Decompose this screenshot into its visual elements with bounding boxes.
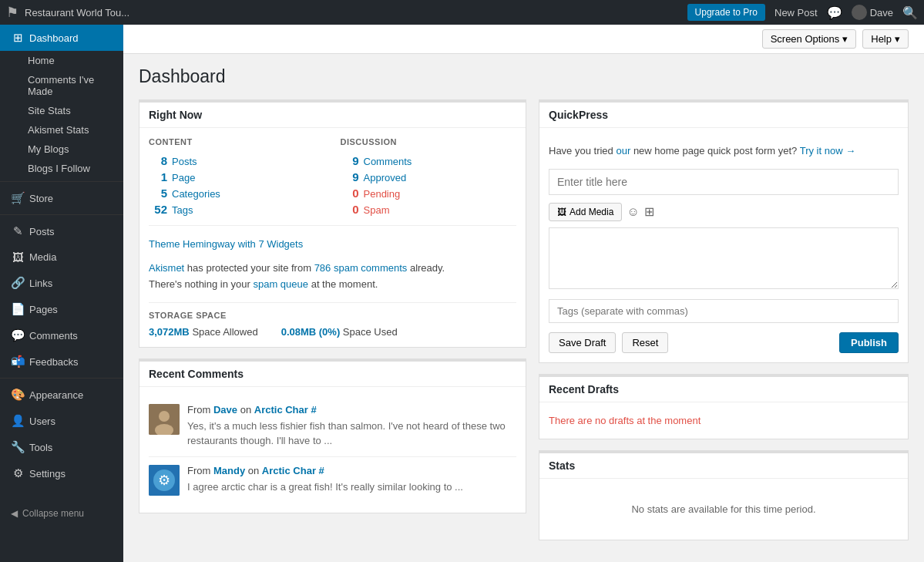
tools-icon: 🔧 (11, 440, 25, 454)
recent-comments-widget: Recent Comments (139, 358, 526, 513)
stats-header: Stats (539, 453, 908, 479)
theme-info: Theme Hemingway with 7 Widgets (149, 234, 516, 254)
recent-drafts-header: Recent Drafts (539, 377, 908, 402)
sidebar-item-site-stats[interactable]: Site Stats (0, 101, 123, 120)
our-link[interactable]: our (616, 145, 630, 156)
sidebar-item-appearance[interactable]: 🎨 Appearance (0, 382, 123, 408)
help-button[interactable]: Help ▾ (862, 29, 909, 49)
page-link[interactable]: Page (172, 172, 195, 183)
site-name[interactable]: Restaurant World Tou... (25, 7, 687, 19)
save-draft-button[interactable]: Save Draft (549, 332, 616, 353)
widgets-link[interactable]: 7 Widgets (258, 238, 303, 250)
avatar: ⚙ (149, 465, 180, 496)
comment-author-link[interactable]: Dave (213, 404, 237, 416)
posts-count: 8 (149, 154, 167, 167)
quickpress-content-textarea[interactable] (549, 227, 899, 289)
sidebar-item-feedbacks[interactable]: 📬 Feedbacks (0, 348, 123, 375)
sidebar-item-home[interactable]: Home (0, 51, 123, 70)
appearance-icon: 🎨 (11, 388, 25, 402)
comment-from: From Dave on Arctic Char # (187, 404, 516, 416)
categories-link[interactable]: Categories (172, 188, 220, 200)
spam-link[interactable]: Spam (364, 204, 390, 216)
content-label: CONTENT (149, 137, 325, 146)
pending-link[interactable]: Pending (364, 188, 401, 200)
page-row: 1 Page (149, 169, 325, 185)
sidebar: ⊞ Dashboard Home Comments I've Made Site… (0, 25, 123, 562)
stats-widget: Stats No stats are available for this ti… (539, 450, 909, 540)
store-icon: 🛒 (11, 191, 25, 205)
wp-logo-icon[interactable]: ⚑ (6, 4, 18, 21)
sidebar-item-dashboard[interactable]: ⊞ Dashboard (0, 25, 123, 51)
comment-post-link[interactable]: Arctic Char # (254, 404, 317, 416)
add-media-button[interactable]: 🖼 Add Media (549, 203, 622, 221)
sidebar-divider (0, 214, 123, 215)
no-drafts-text: There are no drafts at the moment (549, 412, 899, 429)
sidebar-item-label: Appearance (29, 389, 83, 401)
comment-item: ⚙ From Mandy on Arctic Char # (149, 457, 516, 503)
reset-button[interactable]: Reset (622, 332, 668, 353)
sidebar-item-posts[interactable]: ✎ Posts (0, 218, 123, 244)
theme-name-link[interactable]: Hemingway (183, 238, 235, 250)
sidebar-item-comments-ive-made[interactable]: Comments I've Made (0, 70, 123, 101)
comment-post-link[interactable]: Arctic Char # (262, 465, 324, 476)
comment-icon[interactable]: 💬 (827, 5, 842, 20)
collapse-menu-button[interactable]: ◀ Collapse menu (0, 502, 123, 525)
comment-body: Yes, it's a much less fishier fish than … (187, 419, 516, 449)
tags-link[interactable]: Tags (172, 204, 193, 216)
sidebar-item-pages[interactable]: 📄 Pages (0, 296, 123, 322)
publish-button[interactable]: Publish (839, 332, 899, 353)
svg-text:⚙: ⚙ (158, 473, 170, 488)
pending-count: 0 (341, 187, 359, 200)
try-it-now-link[interactable]: Try it now → (800, 145, 855, 156)
svg-point-1 (159, 411, 170, 422)
media-icon: 🖼 (557, 207, 566, 217)
page-title: Dashboard (139, 66, 909, 87)
admin-bar: ⚑ Restaurant World Tou... Upgrade to Pro… (0, 0, 924, 25)
screen-options-bar: Screen Options ▾ Help ▾ (123, 25, 924, 54)
posts-row: 8 Posts (149, 153, 325, 169)
akismet-link[interactable]: Akismet (149, 262, 184, 274)
pages-icon: 📄 (11, 302, 25, 316)
sidebar-item-store[interactable]: 🛒 Store (0, 185, 123, 211)
approved-link[interactable]: Approved (364, 172, 407, 183)
sidebar-item-tools[interactable]: 🔧 Tools (0, 434, 123, 460)
sidebar-item-settings[interactable]: ⚙ Settings (0, 460, 123, 486)
sidebar-item-label: Settings (29, 468, 66, 480)
sidebar-item-label: Tools (29, 442, 52, 453)
comment-text: From Mandy on Arctic Char # I agree arct… (187, 465, 516, 496)
screen-options-button[interactable]: Screen Options ▾ (762, 29, 857, 49)
comment-body: I agree arctic char is a great fish! It'… (187, 480, 516, 495)
right-now-widget: Right Now CONTENT 8 Posts (139, 99, 526, 348)
help-dropdown-icon: ▾ (895, 33, 900, 45)
comment-text: From Dave on Arctic Char # Yes, it's a m… (187, 404, 516, 449)
pending-row: 0 Pending (341, 185, 517, 201)
avatar (852, 5, 867, 20)
comment-from: From Mandy on Arctic Char # (187, 465, 516, 476)
smiley-icon[interactable]: ☺ (627, 205, 639, 219)
links-icon: 🔗 (11, 276, 25, 290)
comment-author-link[interactable]: Mandy (213, 465, 245, 476)
spam-queue-link[interactable]: spam queue (253, 278, 308, 290)
sidebar-item-users[interactable]: 👤 Users (0, 408, 123, 434)
quickpress-title-input[interactable] (549, 169, 899, 195)
sidebar-item-akismet-stats[interactable]: Akismet Stats (0, 120, 123, 140)
quickpress-tags-input[interactable] (549, 299, 899, 323)
new-post-link[interactable]: New Post (774, 7, 818, 19)
spam-comments-link[interactable]: 786 spam comments (314, 262, 408, 274)
table-icon[interactable]: ⊞ (644, 204, 654, 219)
sidebar-item-links[interactable]: 🔗 Links (0, 270, 123, 296)
sidebar-item-my-blogs[interactable]: My Blogs (0, 140, 123, 159)
upgrade-to-pro-button[interactable]: Upgrade to Pro (687, 4, 765, 21)
sidebar-item-media[interactable]: 🖼 Media (0, 244, 123, 270)
search-icon[interactable]: 🔍 (902, 5, 918, 20)
sidebar-divider (0, 181, 123, 182)
posts-link[interactable]: Posts (172, 156, 197, 167)
avatar (149, 404, 180, 435)
approved-row: 9 Approved (341, 169, 517, 185)
feedbacks-icon: 📬 (11, 355, 25, 368)
user-menu[interactable]: Dave (852, 5, 893, 20)
categories-count: 5 (149, 187, 167, 200)
comments-link[interactable]: Comments (364, 156, 412, 167)
sidebar-item-comments[interactable]: 💬 Comments (0, 322, 123, 348)
sidebar-item-blogs-i-follow[interactable]: Blogs I Follow (0, 159, 123, 178)
